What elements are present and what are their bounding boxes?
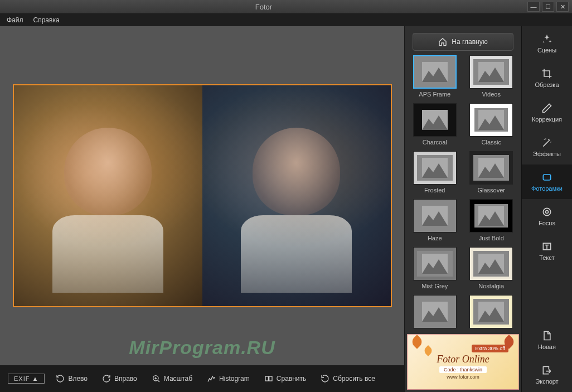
sidebar-scenes[interactable]: Сцены xyxy=(522,26,572,61)
menu-file[interactable]: Файл xyxy=(7,16,23,24)
bottom-toolbar: EXIF ▲ Влево Вправо Масштаб Histogram Ср… xyxy=(0,365,404,392)
frame-thumb xyxy=(413,55,457,89)
frame-item-glassover[interactable]: Glassover xyxy=(467,151,516,193)
histogram-button[interactable]: Histogram xyxy=(203,372,253,385)
sidebar-text[interactable]: Текст xyxy=(522,234,572,268)
exif-button[interactable]: EXIF ▲ xyxy=(8,374,45,384)
frame-thumb xyxy=(469,55,513,89)
reset-icon xyxy=(321,374,329,383)
sidebar-focus-label: Focus xyxy=(539,220,555,226)
frame-item-haze[interactable]: Haze xyxy=(410,199,459,241)
crop-icon xyxy=(541,68,552,79)
right-sidebar: Сцены Обрезка Коррекция Эффекты Фоторамк… xyxy=(521,26,572,392)
rotate-right-icon xyxy=(102,374,111,383)
frame-thumb xyxy=(413,295,457,328)
frame-item-frosted[interactable]: Frosted xyxy=(410,151,459,193)
sidebar-effects-label: Эффекты xyxy=(533,151,561,157)
frame-item-aps-frame[interactable]: APS Frame xyxy=(410,55,459,98)
menu-help[interactable]: Справка xyxy=(33,16,60,24)
sidebar-focus[interactable]: Focus xyxy=(522,199,572,234)
zoom-button[interactable]: Масштаб xyxy=(148,372,196,385)
rotate-left-icon xyxy=(56,374,65,383)
compare-label: Сравнить xyxy=(277,375,306,383)
histogram-label: Histogram xyxy=(219,375,250,383)
titlebar: Fotor — ☐ ✕ xyxy=(0,0,572,14)
sidebar-frames[interactable]: Фоторамки xyxy=(522,164,572,199)
target-icon xyxy=(541,206,552,217)
rotate-left-label: Влево xyxy=(68,375,88,383)
sidebar-effects[interactable]: Эффекты xyxy=(522,130,572,164)
sidebar-correction-label: Коррекция xyxy=(532,116,562,123)
promo-banner[interactable]: Extra 30% off Fotor Online Code : thanks… xyxy=(407,334,519,390)
zoom-icon xyxy=(152,374,161,383)
compare-icon xyxy=(264,374,273,383)
rotate-right-label: Вправо xyxy=(114,375,137,383)
sidebar-text-label: Текст xyxy=(539,254,555,261)
preview-after xyxy=(202,85,391,306)
frame-thumb xyxy=(413,199,457,233)
frame-item-nostalgia[interactable]: Nostalgia xyxy=(467,247,516,289)
frame-thumb xyxy=(469,103,513,137)
frame-thumb xyxy=(469,247,513,280)
frame-item-extra2[interactable] xyxy=(467,295,516,331)
sidebar-new-label: Новая xyxy=(538,343,556,350)
reset-button[interactable]: Сбросить все xyxy=(317,372,379,385)
export-icon xyxy=(541,365,552,376)
sidebar-scenes-label: Сцены xyxy=(537,47,556,54)
sidebar-frames-label: Фоторамки xyxy=(531,185,563,192)
frame-thumb xyxy=(413,247,457,280)
zoom-label: Масштаб xyxy=(164,375,192,383)
document-icon xyxy=(541,330,552,341)
frame-label: Mist Grey xyxy=(421,283,448,289)
frame-item-charcoal[interactable]: Charcoal xyxy=(410,103,459,146)
sidebar-correction[interactable]: Коррекция xyxy=(522,95,572,130)
frame-thumb xyxy=(469,295,513,328)
frame-item-videos[interactable]: Videos xyxy=(467,55,516,98)
sidebar-export-label: Экспорт xyxy=(535,378,558,385)
frame-item-classic[interactable]: Classic xyxy=(467,103,516,146)
frames-scroll[interactable]: APS FrameVideosCharcoalClassicFrostedGla… xyxy=(405,55,521,332)
svg-rect-2 xyxy=(269,376,272,381)
sidebar-crop[interactable]: Обрезка xyxy=(522,61,572,95)
canvas-area: 2 ◀ RLP100 465 3 ◀ RLP100 MirProgram.RU … xyxy=(0,26,404,392)
wand-icon xyxy=(541,137,552,148)
frame-label: Nostalgia xyxy=(478,283,504,289)
home-icon xyxy=(438,37,447,46)
canvas-viewport[interactable]: 2 ◀ RLP100 465 3 ◀ RLP100 xyxy=(0,26,404,365)
svg-rect-1 xyxy=(265,376,268,381)
menubar: Файл Справка xyxy=(0,14,572,26)
sidebar-crop-label: Обрезка xyxy=(535,81,559,88)
sidebar-new[interactable]: Новая xyxy=(522,323,572,357)
frame-label: Haze xyxy=(428,235,442,241)
home-button[interactable]: На главную xyxy=(413,33,513,51)
frame-thumb xyxy=(469,151,513,185)
frame-label: Videos xyxy=(482,91,501,98)
photo-preview: 2 ◀ RLP100 465 3 ◀ RLP100 xyxy=(13,84,392,307)
maximize-button[interactable]: ☐ xyxy=(542,2,554,12)
minimize-button[interactable]: — xyxy=(527,2,540,12)
frame-item-mist-grey[interactable]: Mist Grey xyxy=(410,247,459,289)
rotate-right-button[interactable]: Вправо xyxy=(99,372,140,385)
rotate-left-button[interactable]: Влево xyxy=(52,372,91,385)
svg-point-16 xyxy=(543,208,550,215)
window-controls: — ☐ ✕ xyxy=(527,2,572,12)
frame-item-just-bold[interactable]: Just Bold xyxy=(467,199,516,241)
promo-title: Fotor Online xyxy=(437,354,489,365)
frame-item-extra1[interactable] xyxy=(410,295,459,331)
sidebar-export[interactable]: Экспорт xyxy=(522,357,572,392)
frame-thumb xyxy=(469,199,513,233)
promo-code: Code : thankswin xyxy=(439,366,487,373)
close-button[interactable]: ✕ xyxy=(556,2,569,12)
text-icon xyxy=(541,241,552,252)
frame-label: Classic xyxy=(482,139,501,146)
app-title: Fotor xyxy=(0,3,527,11)
promo-url: www.fotor.com xyxy=(447,374,479,380)
svg-rect-15 xyxy=(543,175,550,180)
reset-label: Сбросить все xyxy=(333,375,375,383)
home-label: На главную xyxy=(452,38,487,46)
frame-label: Glassover xyxy=(477,187,505,193)
frame-label: Just Bold xyxy=(479,235,504,241)
compare-button[interactable]: Сравнить xyxy=(261,372,309,385)
frame-thumb xyxy=(413,151,457,185)
histogram-icon xyxy=(207,374,216,383)
